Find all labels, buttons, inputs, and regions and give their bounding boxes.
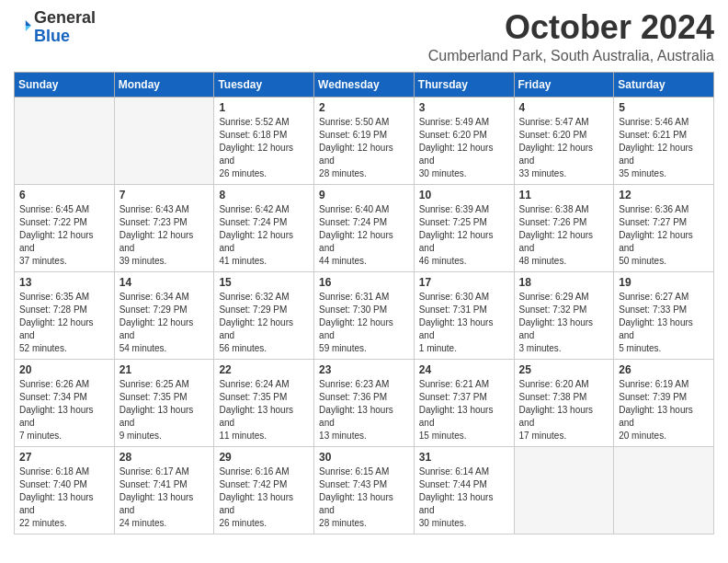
day-info: Sunrise: 6:42 AM Sunset: 7:24 PM Dayligh… xyxy=(219,203,310,268)
day-number: 10 xyxy=(419,189,510,201)
location-title: Cumberland Park, South Australia, Austra… xyxy=(428,48,714,64)
week-row-5: 27Sunrise: 6:18 AM Sunset: 7:40 PM Dayli… xyxy=(15,446,714,534)
day-number: 20 xyxy=(19,363,110,376)
day-number: 12 xyxy=(619,189,710,201)
calendar-table: SundayMondayTuesdayWednesdayThursdayFrid… xyxy=(14,72,714,534)
day-info: Sunrise: 5:46 AM Sunset: 6:21 PM Dayligh… xyxy=(619,116,710,180)
day-number: 17 xyxy=(419,276,510,289)
day-info: Sunrise: 6:30 AM Sunset: 7:31 PM Dayligh… xyxy=(419,291,510,355)
day-number: 19 xyxy=(619,276,710,289)
day-number: 5 xyxy=(619,101,710,114)
day-cell: 10Sunrise: 6:39 AM Sunset: 7:25 PM Dayli… xyxy=(414,184,514,271)
day-info: Sunrise: 6:25 AM Sunset: 7:35 PM Dayligh… xyxy=(119,378,210,442)
day-cell: 25Sunrise: 6:20 AM Sunset: 7:38 PM Dayli… xyxy=(514,359,614,446)
day-number: 4 xyxy=(519,101,610,114)
day-number: 1 xyxy=(219,101,310,114)
day-cell: 2Sunrise: 5:50 AM Sunset: 6:19 PM Daylig… xyxy=(314,97,415,184)
day-info: Sunrise: 6:32 AM Sunset: 7:29 PM Dayligh… xyxy=(219,291,310,355)
day-number: 8 xyxy=(219,189,310,201)
day-info: Sunrise: 6:24 AM Sunset: 7:35 PM Dayligh… xyxy=(219,378,310,442)
day-info: Sunrise: 6:40 AM Sunset: 7:24 PM Dayligh… xyxy=(319,203,410,268)
day-cell: 8Sunrise: 6:42 AM Sunset: 7:24 PM Daylig… xyxy=(214,184,314,271)
day-cell: 6Sunrise: 6:45 AM Sunset: 7:22 PM Daylig… xyxy=(15,184,115,271)
day-number: 23 xyxy=(319,363,410,376)
day-cell: 28Sunrise: 6:17 AM Sunset: 7:41 PM Dayli… xyxy=(114,446,214,534)
day-info: Sunrise: 6:20 AM Sunset: 7:38 PM Dayligh… xyxy=(519,378,610,442)
day-cell xyxy=(614,446,714,534)
col-header-sunday: Sunday xyxy=(15,72,115,97)
day-info: Sunrise: 6:16 AM Sunset: 7:42 PM Dayligh… xyxy=(219,465,310,530)
day-number: 11 xyxy=(519,189,610,201)
day-cell: 15Sunrise: 6:32 AM Sunset: 7:29 PM Dayli… xyxy=(214,271,314,359)
day-number: 16 xyxy=(319,276,410,289)
day-cell: 16Sunrise: 6:31 AM Sunset: 7:30 PM Dayli… xyxy=(314,271,415,359)
logo-general-text: General xyxy=(34,8,96,27)
header-row: SundayMondayTuesdayWednesdayThursdayFrid… xyxy=(15,72,714,97)
day-cell: 26Sunrise: 6:19 AM Sunset: 7:39 PM Dayli… xyxy=(614,359,714,446)
day-cell: 19Sunrise: 6:27 AM Sunset: 7:33 PM Dayli… xyxy=(614,271,714,359)
day-info: Sunrise: 6:27 AM Sunset: 7:33 PM Dayligh… xyxy=(619,291,710,355)
week-row-4: 20Sunrise: 6:26 AM Sunset: 7:34 PM Dayli… xyxy=(15,359,714,446)
day-cell xyxy=(15,97,115,184)
day-info: Sunrise: 6:43 AM Sunset: 7:23 PM Dayligh… xyxy=(119,203,210,268)
day-cell: 14Sunrise: 6:34 AM Sunset: 7:29 PM Dayli… xyxy=(114,271,214,359)
day-number: 21 xyxy=(119,363,210,376)
week-row-1: 1Sunrise: 5:52 AM Sunset: 6:18 PM Daylig… xyxy=(15,97,714,184)
day-cell: 18Sunrise: 6:29 AM Sunset: 7:32 PM Dayli… xyxy=(514,271,614,359)
day-info: Sunrise: 6:23 AM Sunset: 7:36 PM Dayligh… xyxy=(319,378,410,442)
day-info: Sunrise: 6:15 AM Sunset: 7:43 PM Dayligh… xyxy=(319,465,410,530)
day-number: 25 xyxy=(519,363,610,376)
col-header-friday: Friday xyxy=(514,72,614,97)
day-info: Sunrise: 6:35 AM Sunset: 7:28 PM Dayligh… xyxy=(19,291,110,355)
day-info: Sunrise: 5:47 AM Sunset: 6:20 PM Dayligh… xyxy=(519,116,610,180)
day-number: 29 xyxy=(219,451,310,464)
day-cell: 22Sunrise: 6:24 AM Sunset: 7:35 PM Dayli… xyxy=(214,359,314,446)
day-cell: 11Sunrise: 6:38 AM Sunset: 7:26 PM Dayli… xyxy=(514,184,614,271)
day-cell: 3Sunrise: 5:49 AM Sunset: 6:20 PM Daylig… xyxy=(414,97,514,184)
day-info: Sunrise: 6:26 AM Sunset: 7:34 PM Dayligh… xyxy=(19,378,110,442)
day-cell: 27Sunrise: 6:18 AM Sunset: 7:40 PM Dayli… xyxy=(15,446,115,534)
day-cell: 7Sunrise: 6:43 AM Sunset: 7:23 PM Daylig… xyxy=(114,184,214,271)
logo: General Blue xyxy=(14,9,96,46)
col-header-thursday: Thursday xyxy=(414,72,514,97)
logo-icon xyxy=(16,17,32,34)
day-cell: 9Sunrise: 6:40 AM Sunset: 7:24 PM Daylig… xyxy=(314,184,415,271)
day-number: 2 xyxy=(319,101,410,114)
month-title: October 2024 xyxy=(428,9,714,46)
day-number: 3 xyxy=(419,101,510,114)
day-cell: 20Sunrise: 6:26 AM Sunset: 7:34 PM Dayli… xyxy=(15,359,115,446)
day-info: Sunrise: 6:17 AM Sunset: 7:41 PM Dayligh… xyxy=(119,465,210,530)
day-cell: 23Sunrise: 6:23 AM Sunset: 7:36 PM Dayli… xyxy=(314,359,415,446)
day-info: Sunrise: 6:45 AM Sunset: 7:22 PM Dayligh… xyxy=(19,203,110,268)
day-number: 28 xyxy=(119,451,210,464)
col-header-tuesday: Tuesday xyxy=(214,72,314,97)
day-info: Sunrise: 5:49 AM Sunset: 6:20 PM Dayligh… xyxy=(419,116,510,180)
page-header: General Blue October 2024 Cumberland Par… xyxy=(14,9,714,64)
day-number: 24 xyxy=(419,363,510,376)
title-block: October 2024 Cumberland Park, South Aust… xyxy=(428,9,714,64)
day-cell: 17Sunrise: 6:30 AM Sunset: 7:31 PM Dayli… xyxy=(414,271,514,359)
day-number: 30 xyxy=(319,451,410,464)
day-cell: 21Sunrise: 6:25 AM Sunset: 7:35 PM Dayli… xyxy=(114,359,214,446)
col-header-monday: Monday xyxy=(114,72,214,97)
day-cell: 4Sunrise: 5:47 AM Sunset: 6:20 PM Daylig… xyxy=(514,97,614,184)
day-cell xyxy=(114,97,214,184)
day-number: 15 xyxy=(219,276,310,289)
day-number: 27 xyxy=(19,451,110,464)
day-info: Sunrise: 6:19 AM Sunset: 7:39 PM Dayligh… xyxy=(619,378,710,442)
day-cell: 1Sunrise: 5:52 AM Sunset: 6:18 PM Daylig… xyxy=(214,97,314,184)
day-info: Sunrise: 5:52 AM Sunset: 6:18 PM Dayligh… xyxy=(219,116,310,180)
week-row-2: 6Sunrise: 6:45 AM Sunset: 7:22 PM Daylig… xyxy=(15,184,714,271)
day-cell: 24Sunrise: 6:21 AM Sunset: 7:37 PM Dayli… xyxy=(414,359,514,446)
week-row-3: 13Sunrise: 6:35 AM Sunset: 7:28 PM Dayli… xyxy=(15,271,714,359)
day-cell: 5Sunrise: 5:46 AM Sunset: 6:21 PM Daylig… xyxy=(614,97,714,184)
day-info: Sunrise: 6:38 AM Sunset: 7:26 PM Dayligh… xyxy=(519,203,610,268)
col-header-saturday: Saturday xyxy=(614,72,714,97)
day-number: 31 xyxy=(419,451,510,464)
day-info: Sunrise: 5:50 AM Sunset: 6:19 PM Dayligh… xyxy=(319,116,410,180)
day-info: Sunrise: 6:34 AM Sunset: 7:29 PM Dayligh… xyxy=(119,291,210,355)
day-info: Sunrise: 6:36 AM Sunset: 7:27 PM Dayligh… xyxy=(619,203,710,268)
day-number: 18 xyxy=(519,276,610,289)
day-info: Sunrise: 6:14 AM Sunset: 7:44 PM Dayligh… xyxy=(419,465,510,530)
col-header-wednesday: Wednesday xyxy=(314,72,415,97)
